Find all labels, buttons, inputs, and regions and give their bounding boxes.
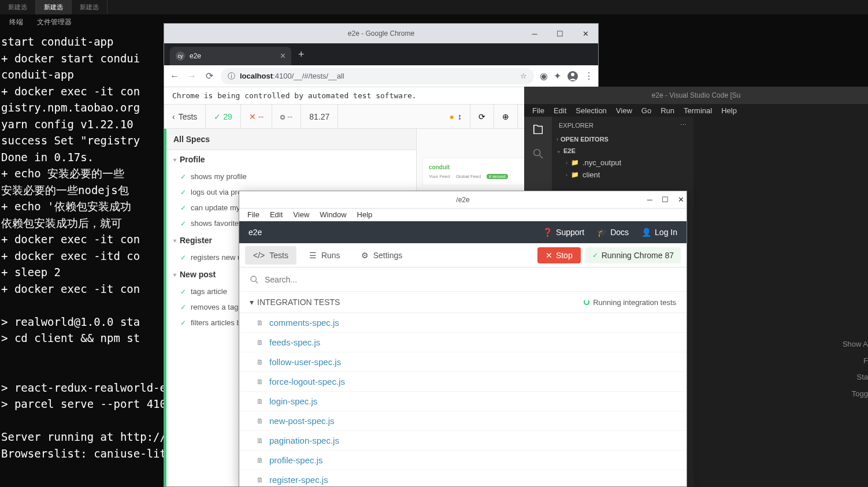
forward-button[interactable]: → <box>186 71 198 81</box>
file-icon: 🗎 <box>257 456 264 464</box>
auto-scroll-toggle[interactable]: ● ↕ <box>442 105 470 128</box>
spec-file-item[interactable]: 🗎follow-user-spec.js <box>239 352 687 372</box>
reload-button[interactable]: ⟳ <box>203 70 215 81</box>
vscode-menu-item[interactable]: Edit <box>550 105 570 116</box>
menu-icon[interactable]: ⋮ <box>584 70 593 81</box>
search-icon <box>250 275 259 284</box>
rerun-button[interactable]: ⟳ <box>470 105 494 128</box>
search-icon[interactable] <box>531 147 545 161</box>
file-icon: 🗎 <box>257 417 264 425</box>
browser-status[interactable]: ✓Running Chrome 87 <box>585 247 681 263</box>
vscode-folder-item[interactable]: ›📁.nyc_output <box>552 157 693 169</box>
tests-tab[interactable]: </>Tests <box>245 246 296 265</box>
spec-file-item[interactable]: 🗎register-spec.js <box>239 470 687 487</box>
maximize-button[interactable]: ☐ <box>662 195 669 204</box>
svg-point-1 <box>571 73 574 76</box>
docs-icon: 🎓 <box>597 228 607 237</box>
cypress-menu-item[interactable]: Window <box>315 209 351 220</box>
vscode-editor-area: Show AFStaTogg <box>693 117 868 487</box>
cypress-header: e2e ❓Support 🎓Docs 👤Log In <box>239 221 687 243</box>
profile-icon[interactable] <box>567 70 578 82</box>
spec-file-list: 🗎comments-spec.js🗎feeds-spec.js🗎follow-u… <box>239 313 687 487</box>
project-name: e2e <box>248 228 262 237</box>
chrome-titlebar[interactable]: e2e - Google Chrome ─ ☐ ✕ <box>164 24 598 43</box>
close-icon[interactable]: × <box>280 51 285 61</box>
cypress-favicon-icon: cy <box>176 51 185 61</box>
selector-playground-button[interactable]: ⊕ <box>494 105 518 128</box>
search-bar <box>239 267 687 292</box>
runs-tab[interactable]: ☰Runs <box>301 246 348 265</box>
vscode-menu-item[interactable]: Terminal <box>680 105 715 116</box>
integration-tests-section[interactable]: ▾INTEGRATION TESTS Running integration t… <box>239 292 687 313</box>
login-link[interactable]: 👤Log In <box>641 228 677 237</box>
cypress-titlebar[interactable]: /e2e ─ ☐ ✕ <box>239 191 687 209</box>
back-button[interactable]: ← <box>169 71 180 81</box>
svg-point-4 <box>251 276 256 281</box>
extensions-icon[interactable]: ✦ <box>554 70 561 81</box>
open-editors-section[interactable]: ›OPEN EDITORS <box>552 133 693 145</box>
minimize-button[interactable]: ─ <box>647 195 652 204</box>
vscode-menu-item[interactable]: Selection <box>572 105 610 116</box>
spec-file-item[interactable]: 🗎login-spec.js <box>239 392 687 411</box>
database-icon: ☰ <box>309 251 317 260</box>
vscode-menu-item[interactable]: Run <box>657 105 678 116</box>
spec-file-item[interactable]: 🗎new-post-spec.js <box>239 411 687 431</box>
maximize-button[interactable]: ☐ <box>547 24 573 43</box>
spec-file-item[interactable]: 🗎force-logout-spec.js <box>239 372 687 392</box>
test-item[interactable]: ✓shows my profile <box>166 169 416 184</box>
search-input[interactable] <box>265 275 676 284</box>
cypress-extension-icon[interactable]: ◉ <box>540 70 548 81</box>
docs-link[interactable]: 🎓Docs <box>597 228 629 237</box>
vscode-menu-item[interactable]: Go <box>638 105 655 116</box>
test-suite-header[interactable]: ▾Profile <box>166 150 416 169</box>
file-icon: 🗎 <box>257 437 264 445</box>
terminal-tab-active[interactable]: 新建选 <box>36 0 72 14</box>
file-icon: 🗎 <box>257 339 264 347</box>
user-icon: 👤 <box>641 228 651 237</box>
spec-file-item[interactable]: 🗎feeds-spec.js <box>239 333 687 352</box>
terminal-subtab[interactable]: 文件管理器 <box>30 16 79 28</box>
vscode-folder-item[interactable]: ›📁client <box>552 169 693 181</box>
svg-line-3 <box>540 155 543 159</box>
close-button[interactable]: ✕ <box>573 24 598 43</box>
cypress-menu-item[interactable]: View <box>288 209 314 220</box>
terminal-tab[interactable]: 新建选 <box>0 0 36 14</box>
settings-tab[interactable]: ⚙Settings <box>353 246 411 265</box>
workspace-root[interactable]: ⌄E2E <box>552 145 693 157</box>
cypress-menu-item[interactable]: Help <box>353 209 377 220</box>
bookmark-icon[interactable]: ☆ <box>520 72 527 80</box>
terminal-subtab[interactable]: 终端 <box>2 16 30 28</box>
terminal-tab[interactable]: 新建选 <box>72 0 107 14</box>
stop-button[interactable]: ✕Stop <box>537 247 581 263</box>
address-input[interactable]: ⓘ localhost:4100/__/#/tests/__all ☆ <box>221 68 534 84</box>
all-specs-header: All Specs <box>166 129 416 150</box>
spec-file-item[interactable]: 🗎pagination-spec.js <box>239 431 687 451</box>
check-icon: ✓ <box>180 254 186 262</box>
cypress-menubar: FileEditViewWindowHelp <box>239 209 687 221</box>
folder-icon: 📁 <box>571 159 579 166</box>
explorer-icon[interactable] <box>531 122 545 136</box>
vscode-menu-item[interactable]: File <box>529 105 548 116</box>
close-button[interactable]: ✕ <box>678 195 684 204</box>
file-icon: 🗎 <box>257 358 264 366</box>
minimize-button[interactable]: ─ <box>522 24 547 43</box>
vscode-menu-item[interactable]: View <box>613 105 636 116</box>
spec-file-item[interactable]: 🗎comments-spec.js <box>239 313 687 333</box>
site-info-icon[interactable]: ⓘ <box>228 71 235 81</box>
vscode-titlebar[interactable]: e2e - Visual Studio Code [Su <box>524 87 868 104</box>
spinner-icon <box>584 299 589 305</box>
preview-tab: Your Feed <box>429 174 450 179</box>
chrome-tab[interactable]: cy e2e × <box>170 47 291 65</box>
more-icon[interactable]: ⋯ <box>680 121 687 129</box>
tests-back-button[interactable]: ‹ Tests <box>164 105 206 128</box>
chrome-tabbar: cy e2e × + <box>164 43 598 65</box>
vscode-menu-item[interactable]: Help <box>718 105 740 116</box>
new-tab-button[interactable]: + <box>298 49 305 61</box>
chrome-title: e2e - Google Chrome <box>348 29 414 38</box>
chevron-icon: › <box>566 160 567 166</box>
spec-file-item[interactable]: 🗎profile-spec.js <box>239 451 687 470</box>
svg-line-5 <box>256 281 258 282</box>
cypress-menu-item[interactable]: Edit <box>265 209 287 220</box>
cypress-menu-item[interactable]: File <box>243 209 264 220</box>
support-link[interactable]: ❓Support <box>543 228 584 237</box>
